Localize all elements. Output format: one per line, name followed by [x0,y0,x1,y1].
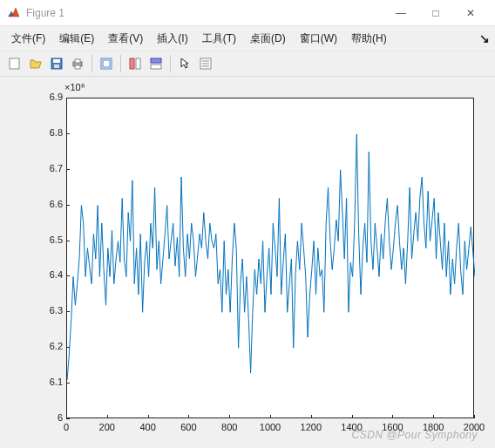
properties-button[interactable] [196,54,215,73]
x-tick-mark [229,415,230,418]
figure-area: ×10⁶ 66.16.26.36.46.56.66.76.86.9 020040… [0,77,495,448]
x-tick-label: 600 [180,422,196,432]
y-tick-mark [66,205,70,206]
y-tick-mark [66,133,70,134]
menu-desktop[interactable]: 桌面(D) [244,28,292,50]
menubar: 文件(F) 编辑(E) 查看(V) 插入(I) 工具(T) 桌面(D) 窗口(W… [0,26,495,51]
x-tick-label: 800 [221,422,237,432]
line-plot [67,98,475,419]
x-tick-label: 200 [99,422,115,432]
x-tick-mark [433,415,434,418]
x-tick-mark [66,415,67,418]
svg-rect-11 [151,58,161,63]
y-tick-label: 6.5 [37,234,63,245]
menu-overflow-icon[interactable]: ↘ [479,31,490,45]
svg-rect-6 [75,65,80,69]
minimize-button[interactable]: — [383,1,418,25]
svg-rect-10 [136,58,140,69]
print-button[interactable] [68,54,87,73]
y-tick-label: 6 [37,412,63,423]
toolbar [0,51,495,77]
y-tick-label: 6.6 [37,199,63,209]
x-tick-mark [311,415,312,418]
titlebar: Figure 1 — □ ✕ [0,0,495,26]
maximize-button[interactable]: □ [418,1,453,25]
x-tick-label: 0 [64,422,69,432]
toolbar-separator [120,55,121,72]
svg-rect-5 [75,59,80,63]
window-title: Figure 1 [26,7,383,19]
open-button[interactable] [26,54,45,73]
y-tick-label: 6.2 [37,341,63,351]
menu-window[interactable]: 窗口(W) [294,28,343,50]
y-tick-label: 6.8 [37,127,63,138]
menu-insert[interactable]: 插入(I) [151,28,193,50]
x-tick-mark [392,415,393,418]
x-tick-label: 400 [139,422,155,432]
toolbar-separator [92,55,92,72]
x-tick-mark [148,415,149,418]
svg-rect-9 [130,58,134,69]
menu-help[interactable]: 帮助(H) [345,28,393,50]
y-tick-mark [66,241,70,241]
y-tick-label: 6.9 [37,92,63,102]
menu-edit[interactable]: 编辑(E) [53,28,100,50]
y-tick-mark [66,418,70,419]
layout1-button[interactable] [125,54,145,73]
x-tick-label: 1200 [301,422,322,432]
save-button[interactable] [47,54,66,73]
y-tick-label: 6.7 [37,163,63,173]
y-tick-label: 6.4 [37,269,63,280]
y-tick-mark [66,275,70,276]
svg-rect-12 [151,64,161,69]
menu-file[interactable]: 文件(F) [5,28,51,50]
y-tick-mark [66,169,70,170]
new-figure-button[interactable] [5,54,24,73]
y-tick-mark [66,383,70,384]
menu-view[interactable]: 查看(V) [102,28,149,50]
toolbar-separator [170,55,171,72]
x-tick-mark [107,415,108,418]
x-tick-label: 1000 [260,422,281,432]
x-tick-mark [474,415,475,418]
layout2-button[interactable] [146,54,166,73]
menu-tools[interactable]: 工具(T) [196,28,242,50]
y-tick-mark [66,347,70,348]
pointer-button[interactable] [175,54,194,73]
y-axis-exponent: ×10⁶ [64,82,85,93]
x-tick-mark [188,415,189,418]
axes[interactable] [66,98,474,418]
y-tick-label: 6.1 [37,377,63,387]
watermark-text: CSDN @Pour Symphony [352,429,478,441]
y-tick-label: 6.3 [37,305,63,316]
x-tick-mark [270,415,271,418]
y-tick-mark [66,98,70,98]
x-tick-mark [352,415,353,418]
svg-rect-2 [53,59,60,63]
matlab-icon [7,6,21,20]
close-button[interactable]: ✕ [453,1,488,25]
y-tick-mark [66,311,70,312]
edit-plot-button[interactable] [97,54,116,73]
svg-rect-3 [54,64,59,68]
